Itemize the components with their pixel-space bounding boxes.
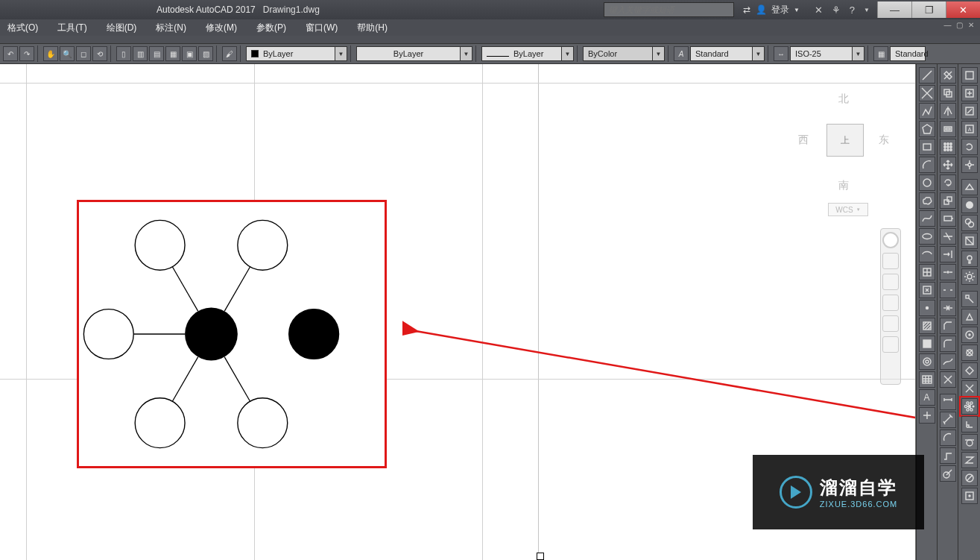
pan-icon[interactable] [882, 253, 899, 269]
snap-none-icon[interactable] [961, 470, 978, 486]
chevron-down-icon[interactable]: ▼ [853, 46, 864, 61]
render-shade-icon[interactable] [961, 197, 978, 213]
viewcube-west[interactable]: 西 [798, 133, 809, 147]
orbit-icon[interactable] [882, 295, 899, 311]
add-selected-icon[interactable] [919, 407, 935, 424]
point-icon[interactable] [919, 300, 935, 316]
sun-icon[interactable] [961, 268, 978, 285]
erase-icon[interactable] [940, 67, 956, 84]
showmotion-icon[interactable] [882, 315, 899, 332]
viewcube-top[interactable]: 上 [826, 124, 864, 157]
chamfer-icon[interactable] [940, 318, 956, 334]
mirror-icon[interactable] [940, 103, 956, 119]
luminous-intensity-icon[interactable] [961, 398, 978, 415]
viewcube-east[interactable]: 东 [879, 133, 889, 147]
viewport-named-icon[interactable]: ▧ [198, 46, 213, 61]
explode-icon[interactable] [940, 371, 956, 388]
chevron-down-icon[interactable]: ▼ [562, 46, 574, 61]
search-input[interactable] [604, 2, 734, 17]
redo-icon[interactable]: ↷ [19, 46, 34, 61]
region-icon[interactable] [919, 353, 935, 370]
linetype-combo[interactable]: ByLayer ▼ [481, 46, 574, 61]
break-at-point-icon[interactable] [940, 264, 956, 280]
spline-icon[interactable] [919, 210, 935, 227]
maximize-button[interactable]: ❐ [911, 1, 946, 18]
copy-icon[interactable] [940, 85, 956, 101]
menu-draw[interactable]: 绘图(D) [107, 22, 137, 34]
radius-dim-icon[interactable] [940, 465, 956, 482]
lights-icon[interactable] [961, 251, 978, 267]
chevron-down-icon[interactable]: ▼ [335, 46, 347, 61]
create-block-icon[interactable] [961, 85, 978, 101]
trim-icon[interactable] [940, 228, 956, 245]
match-properties-icon[interactable]: 🖌 [222, 46, 237, 61]
snap-node-icon[interactable] [961, 345, 978, 361]
zoom-extents-icon[interactable] [882, 274, 899, 290]
sync-attr-icon[interactable] [961, 139, 978, 155]
snap-nearest-icon[interactable] [961, 452, 978, 468]
offset-icon[interactable] [940, 121, 956, 137]
snap-tangent-icon[interactable] [961, 434, 978, 450]
viewport-1-icon[interactable]: ▯ [116, 46, 131, 61]
table-icon[interactable] [919, 371, 935, 388]
polyline-icon[interactable] [919, 103, 935, 119]
dimstyle-icon[interactable]: ↔ [774, 46, 788, 61]
chevron-down-icon[interactable]: ▼ [653, 46, 665, 61]
extend-icon[interactable] [940, 246, 956, 262]
menu-help[interactable]: 帮助(H) [357, 22, 388, 34]
insert-icon[interactable] [961, 67, 978, 84]
color-combo[interactable]: ByLayer ▼ [246, 46, 347, 61]
menu-dimension[interactable]: 标注(N) [156, 22, 186, 34]
edit-block-icon[interactable] [961, 103, 978, 119]
chevron-down-icon[interactable]: ▼ [753, 46, 765, 61]
make-block-icon[interactable] [919, 282, 935, 298]
stretch-icon[interactable] [940, 210, 956, 227]
join-icon[interactable] [940, 300, 956, 316]
render-hide-icon[interactable] [961, 179, 978, 195]
osnap-settings-icon[interactable] [961, 488, 978, 504]
circle-icon[interactable] [919, 174, 935, 191]
document-window-controls[interactable]: — ▢ ✕ [943, 21, 976, 29]
zoom-window-icon[interactable]: ◻ [76, 46, 91, 61]
snap-center-icon[interactable] [961, 327, 978, 343]
viewport-4-icon[interactable]: ▦ [165, 46, 180, 61]
scale-icon[interactable] [940, 192, 956, 209]
array-icon[interactable] [940, 139, 956, 155]
snap-quadrant-icon[interactable] [961, 362, 978, 379]
revcloud-icon[interactable] [919, 192, 935, 209]
gradient-icon[interactable] [919, 336, 935, 352]
snap-perpendicular-icon[interactable] [961, 416, 978, 432]
x-icon[interactable]: ✕ [815, 4, 823, 16]
menu-modify[interactable]: 修改(M) [206, 22, 237, 34]
materials-icon[interactable] [961, 233, 978, 249]
fillet-icon[interactable] [940, 336, 956, 352]
view-cube[interactable]: 北 南 西 东 上 WCS▼ [783, 69, 902, 210]
menu-format[interactable]: 格式(O) [7, 22, 38, 34]
render-full-icon[interactable] [961, 215, 978, 231]
pan-icon[interactable]: ✋ [43, 46, 58, 61]
viewport-3-icon[interactable]: ▤ [149, 46, 164, 61]
menu-parametric[interactable]: 参数(P) [256, 22, 286, 34]
hatch-icon[interactable] [919, 318, 935, 334]
zoom-realtime-icon[interactable]: 🔍 [60, 46, 75, 61]
menu-tools[interactable]: 工具(T) [57, 22, 86, 34]
ellipse-icon[interactable] [919, 228, 935, 245]
lineweight-combo[interactable]: ByLayer ▼ [356, 46, 472, 61]
undo-icon[interactable]: ↶ [3, 46, 18, 61]
rotate-icon[interactable] [940, 174, 956, 191]
viewcube-south[interactable]: 南 [838, 179, 849, 192]
tablestyle-icon[interactable]: ▦ [873, 46, 888, 61]
steering-wheel-icon[interactable] [882, 232, 899, 248]
viewport-join-icon[interactable]: ▣ [182, 46, 197, 61]
set-basepoint-icon[interactable] [961, 157, 978, 173]
menu-window[interactable]: 窗口(W) [306, 22, 338, 34]
line-icon[interactable] [919, 67, 935, 84]
mtext-icon[interactable]: A [919, 389, 935, 406]
blend-icon[interactable] [940, 353, 956, 370]
break-icon[interactable] [940, 282, 956, 298]
construction-line-icon[interactable] [919, 85, 935, 101]
login-group[interactable]: ⇄ 👤 登录 ▼ [734, 4, 807, 16]
help-icon[interactable]: ? [850, 4, 855, 16]
snap-intersection-icon[interactable] [961, 380, 978, 397]
plotstyle-combo[interactable]: ByColor ▼ [583, 46, 665, 61]
